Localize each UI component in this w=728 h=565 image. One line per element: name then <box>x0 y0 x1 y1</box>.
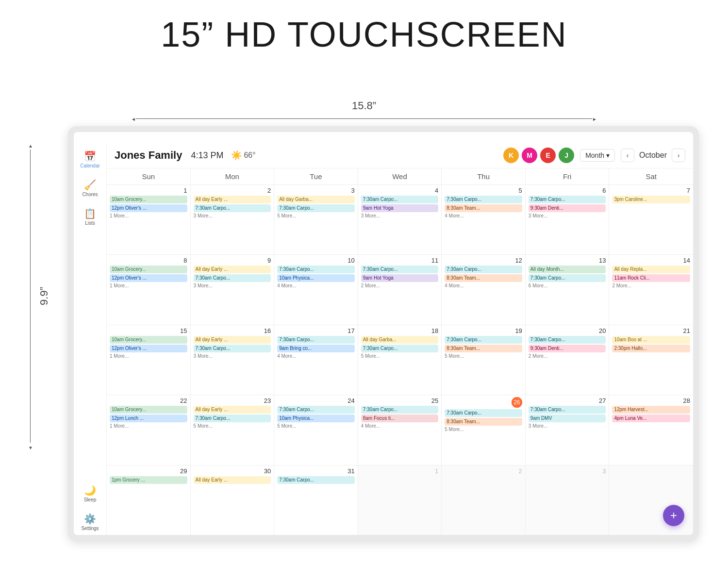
calendar-day-cell[interactable]: 13All day Month...7:30am Carpo...6 More.… <box>526 255 610 324</box>
event-chip[interactable]: 8:30am Team... <box>445 345 522 352</box>
avatar-e[interactable]: E <box>540 148 556 163</box>
sidebar-item-lists[interactable]: 📋 Lists <box>77 204 104 230</box>
calendar-day-cell[interactable]: 2812pm Harvest...4pm Luna Ve... <box>609 395 693 465</box>
calendar-day-cell[interactable]: 30All day Early ... <box>191 465 275 535</box>
more-events-link[interactable]: 1 More... <box>110 283 187 288</box>
event-chip[interactable]: 7:30am Carpo... <box>277 336 355 344</box>
more-events-link[interactable]: 1 More... <box>110 353 187 359</box>
view-selector[interactable]: Month ▾ <box>580 149 615 162</box>
sidebar-item-calendar[interactable]: 📅 Calendar <box>77 147 104 172</box>
event-chip[interactable]: 10am Grocery... <box>110 196 187 203</box>
event-chip[interactable]: 7:30am Carpo... <box>194 345 271 352</box>
prev-month-button[interactable]: ‹ <box>621 149 634 162</box>
avatar-j[interactable]: J <box>559 148 574 163</box>
more-events-link[interactable]: 5 More... <box>194 423 271 429</box>
event-chip[interactable]: All day Early ... <box>194 406 271 414</box>
event-chip[interactable]: 7:30am Carpo... <box>529 406 606 414</box>
event-chip[interactable]: All day Early ... <box>194 476 271 484</box>
calendar-day-cell[interactable]: 2 <box>442 465 526 535</box>
calendar-day-cell[interactable]: 18All day Garba...7:30am Carpo...5 More.… <box>358 325 442 395</box>
calendar-day-cell[interactable]: 57:30am Carpo...8:30am Team...4 More... <box>442 185 526 254</box>
event-chip[interactable]: 9am Hot Yoga <box>361 274 439 282</box>
calendar-day-cell[interactable]: 1 <box>358 465 442 535</box>
event-chip[interactable]: 7:30am Carpo... <box>194 204 271 212</box>
event-chip[interactable]: 12pm Oliver's ... <box>110 204 187 212</box>
event-chip[interactable]: All day Repla... <box>612 266 690 273</box>
more-events-link[interactable]: 2 More... <box>529 353 606 359</box>
calendar-day-cell[interactable]: 117:30am Carpo...9am Hot Yoga2 More... <box>358 255 442 324</box>
more-events-link[interactable]: 3 More... <box>529 213 606 218</box>
event-chip[interactable]: 9am Bring co... <box>277 345 355 352</box>
calendar-day-cell[interactable]: 14All day Repla...11am Rock Cli...2 More… <box>609 255 693 324</box>
next-month-button[interactable]: › <box>672 149 685 162</box>
add-event-button[interactable]: + <box>663 505 684 526</box>
event-chip[interactable]: 7:30am Carpo... <box>445 336 522 344</box>
more-events-link[interactable]: 4 More... <box>445 283 522 288</box>
event-chip[interactable]: 10am Grocery... <box>110 406 187 414</box>
event-chip[interactable]: 9:30am Denti... <box>529 345 606 352</box>
event-chip[interactable]: 10am Grocery... <box>110 266 187 273</box>
event-chip[interactable]: 7:30am Carpo... <box>529 196 606 203</box>
more-events-link[interactable]: 5 More... <box>445 353 522 359</box>
event-chip[interactable]: 3pm Caroline... <box>612 196 690 203</box>
calendar-day-cell[interactable]: 317:30am Carpo... <box>274 465 358 535</box>
event-chip[interactable]: 7:30am Carpo... <box>529 274 606 282</box>
calendar-day-cell[interactable]: 16All day Early ...7:30am Carpo...3 More… <box>191 325 275 395</box>
calendar-day-cell[interactable]: 277:30am Carpo...9am DMV3 More... <box>526 395 610 465</box>
calendar-day-cell[interactable]: 257:30am Carpo...8am Focus ti...4 More..… <box>358 395 442 465</box>
event-chip[interactable]: 7:30am Carpo... <box>277 204 355 212</box>
event-chip[interactable]: 8:30am Team... <box>445 418 522 426</box>
event-chip[interactable]: 7:30am Carpo... <box>361 266 439 273</box>
event-chip[interactable]: 12pm Lunch ... <box>110 415 187 422</box>
calendar-day-cell[interactable] <box>609 465 693 535</box>
more-events-link[interactable]: 4 More... <box>361 423 439 429</box>
more-events-link[interactable]: 1 More... <box>110 423 187 429</box>
calendar-day-cell[interactable]: 73pm Caroline... <box>609 185 693 254</box>
event-chip[interactable]: 7:30am Carpo... <box>529 336 606 344</box>
event-chip[interactable]: 8:30am Team... <box>445 274 522 282</box>
event-chip[interactable]: 10am Physica... <box>277 274 355 282</box>
more-events-link[interactable]: 3 More... <box>194 213 271 218</box>
calendar-day-cell[interactable]: 67:30am Carpo...9:30am Denti...3 More... <box>526 185 610 254</box>
calendar-day-cell[interactable]: 810am Grocery...12pm Oliver's ...1 More.… <box>107 255 191 324</box>
event-chip[interactable]: 7:30am Carpo... <box>361 345 439 352</box>
event-chip[interactable]: 7:30am Carpo... <box>445 266 522 273</box>
event-chip[interactable]: 10am Physica... <box>277 415 355 422</box>
calendar-day-cell[interactable]: 9All day Early ...7:30am Carpo...3 More.… <box>191 255 275 324</box>
event-chip[interactable]: All day Early ... <box>194 336 271 344</box>
event-chip[interactable]: 11am Rock Cli... <box>612 274 690 282</box>
event-chip[interactable]: 12pm Oliver's ... <box>110 345 187 352</box>
more-events-link[interactable]: 6 More... <box>529 283 606 288</box>
calendar-day-cell[interactable]: 3 <box>526 465 610 535</box>
more-events-link[interactable]: 5 More... <box>277 213 355 218</box>
more-events-link[interactable]: 4 More... <box>277 283 355 288</box>
calendar-day-cell[interactable]: 47:30am Carpo...9am Hot Yoga3 More... <box>358 185 442 254</box>
more-events-link[interactable]: 3 More... <box>194 353 271 359</box>
event-chip[interactable]: All day Month... <box>529 266 606 273</box>
sidebar-item-settings[interactable]: ⚙️ Settings <box>77 509 104 535</box>
calendar-day-cell[interactable]: 291pm Grocery ... <box>107 465 191 535</box>
event-chip[interactable]: 12pm Oliver's ... <box>110 274 187 282</box>
more-events-link[interactable]: 3 More... <box>194 283 271 288</box>
calendar-day-cell[interactable]: 247:30am Carpo...10am Physica...5 More..… <box>274 395 358 465</box>
more-events-link[interactable]: 4 More... <box>445 213 522 218</box>
more-events-link[interactable]: 3 More... <box>529 423 606 429</box>
event-chip[interactable]: 7:30am Carpo... <box>194 415 271 422</box>
more-events-link[interactable]: 3 More... <box>361 213 439 218</box>
avatar-k[interactable]: K <box>503 148 519 163</box>
sidebar-item-chores[interactable]: 🧹 Chores <box>77 175 104 201</box>
event-chip[interactable]: 7:30am Carpo... <box>194 274 271 282</box>
event-chip[interactable]: 9am Hot Yoga <box>361 204 439 212</box>
avatar-m[interactable]: M <box>522 148 537 163</box>
sidebar-item-sleep[interactable]: 🌙 Sleep <box>77 481 104 506</box>
event-chip[interactable]: 7:30am Carpo... <box>445 196 522 203</box>
event-chip[interactable]: 7:30am Carpo... <box>277 476 355 484</box>
event-chip[interactable]: 2:30pm Hallo... <box>612 345 690 352</box>
event-chip[interactable]: All day Early ... <box>194 196 271 203</box>
event-chip[interactable]: 10am Grocery... <box>110 336 187 344</box>
more-events-link[interactable]: 5 More... <box>361 353 439 359</box>
calendar-day-cell[interactable]: 107:30am Carpo...10am Physica...4 More..… <box>274 255 358 324</box>
event-chip[interactable]: 1pm Grocery ... <box>110 476 187 484</box>
calendar-day-cell[interactable]: 2210am Grocery...12pm Lunch ...1 More... <box>107 395 191 465</box>
event-chip[interactable]: 7:30am Carpo... <box>277 406 355 414</box>
